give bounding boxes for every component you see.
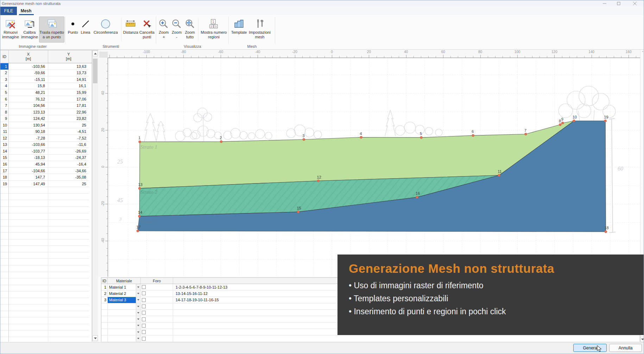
column-header-y[interactable]: Y[m] [48, 50, 89, 63]
mesh-point-19[interactable] [604, 120, 607, 122]
mesh-point-8[interactable] [559, 123, 562, 126]
coord-y-cell[interactable]: 23,82 [48, 115, 89, 122]
coord-row-empty[interactable] [0, 213, 92, 220]
coord-row[interactable]: 415,816,1 [0, 83, 92, 90]
mesh-point-13[interactable] [138, 187, 141, 190]
coord-y-cell[interactable]: 25 [48, 122, 89, 129]
template-button[interactable]: Template [230, 17, 248, 43]
coord-id-cell[interactable]: 4 [0, 83, 9, 90]
coord-x-cell[interactable]: 123,13 [9, 109, 48, 116]
coord-x-cell[interactable]: 104,56 [9, 102, 48, 109]
foro-checkbox[interactable] [142, 311, 146, 315]
coords-table-scrollbar[interactable] [92, 50, 98, 342]
mesh-point-18[interactable] [605, 231, 607, 233]
rimuovi-immagine-button[interactable]: Rimuovi immagine [1, 17, 20, 43]
coord-id-cell[interactable]: 5 [0, 89, 9, 96]
coord-row-empty[interactable] [0, 337, 92, 342]
coord-x-cell[interactable]: 76,12 [9, 96, 48, 103]
coord-row[interactable]: 19147,4925 [0, 181, 92, 187]
combo-dropdown-button[interactable] [136, 323, 140, 329]
coord-row[interactable]: 12-7,28-7,52 [0, 135, 92, 142]
coord-id-cell[interactable]: 7 [0, 102, 9, 109]
foro-checkbox[interactable] [142, 291, 146, 295]
circonferenza-button[interactable]: Circonferenza [92, 17, 120, 43]
materiale-value[interactable]: Material 2 [108, 290, 136, 296]
materiale-value[interactable]: Material 1 [108, 284, 136, 290]
foro-checkbox[interactable] [142, 285, 146, 289]
coord-x-cell[interactable]: 15,8 [9, 83, 48, 90]
coord-row[interactable]: 548,2115,99 [0, 89, 92, 96]
combo-dropdown-button[interactable] [136, 329, 140, 335]
coord-row-empty[interactable] [0, 220, 92, 226]
coord-y-cell[interactable]: 25 [48, 181, 89, 187]
mesh-point-6[interactable] [472, 134, 474, 137]
coord-row-empty[interactable] [0, 207, 92, 213]
mesh-point-12[interactable] [317, 180, 320, 182]
coord-row-empty[interactable] [0, 239, 92, 246]
mesh-point-11[interactable] [498, 174, 500, 176]
coord-row-empty[interactable] [0, 311, 92, 318]
coord-x-cell[interactable]: 48,21 [9, 89, 48, 96]
foro-checkbox[interactable] [142, 330, 146, 334]
coord-row-empty[interactable] [0, 330, 92, 337]
mesh-canvas[interactable]: Strato 1Strato 2Strato 32545360 12345678… [108, 58, 640, 277]
coord-row[interactable]: 18147,7-35,08 [0, 174, 92, 181]
coord-id-cell[interactable]: 2 [0, 70, 9, 77]
coord-row-empty[interactable] [0, 246, 92, 252]
coord-id-cell[interactable]: 16 [0, 161, 9, 168]
column-header-id[interactable]: ID [0, 50, 9, 63]
column-header-id[interactable]: ID [101, 278, 108, 284]
materiale-value[interactable] [108, 335, 136, 341]
coord-row-empty[interactable] [0, 291, 92, 298]
coord-id-cell[interactable]: 6 [0, 96, 9, 103]
coord-id-cell[interactable]: 18 [0, 174, 9, 181]
coord-id-cell[interactable]: 9 [0, 115, 9, 122]
column-header-materiale[interactable]: Materiale [108, 278, 141, 284]
coord-row[interactable]: 1190,18-4,51 [0, 128, 92, 135]
mesh-point-16[interactable] [416, 196, 418, 199]
coord-row-empty[interactable] [0, 285, 92, 292]
scrollbar-thumb[interactable] [93, 59, 97, 83]
coord-row-empty[interactable] [0, 200, 92, 207]
coord-y-cell[interactable]: 16,1 [48, 83, 89, 90]
coord-y-cell[interactable]: 14,91 [48, 76, 89, 83]
coord-x-cell[interactable]: 147,49 [9, 181, 48, 187]
coord-x-cell[interactable]: -18,13 [9, 155, 48, 161]
combo-dropdown-button[interactable] [136, 290, 140, 296]
coord-y-cell[interactable]: -35,08 [48, 174, 89, 181]
coord-row[interactable]: 2-59,6613,73 [0, 70, 92, 77]
coord-id-cell[interactable]: 12 [0, 135, 9, 142]
coord-row-empty[interactable] [0, 226, 92, 233]
zoom-tutto-button[interactable]: Zoom tutto [183, 17, 197, 43]
coord-y-cell[interactable]: 13,73 [48, 70, 89, 77]
coord-row[interactable]: 1645,94-16,4 [0, 161, 92, 168]
coord-row[interactable]: 9124,4223,82 [0, 115, 92, 122]
coord-x-cell[interactable]: 147,7 [9, 174, 48, 181]
coord-id-cell[interactable]: 14 [0, 148, 9, 155]
materiale-combo[interactable] [108, 303, 141, 310]
materiale-combo[interactable] [108, 329, 141, 335]
coord-row-empty[interactable] [0, 233, 92, 239]
coord-y-cell[interactable]: 17,06 [48, 96, 89, 103]
coord-id-cell[interactable]: 1 [0, 63, 9, 70]
column-header-x[interactable]: X[m] [9, 50, 48, 63]
coord-y-cell[interactable]: -11,6 [48, 142, 89, 148]
coord-y-cell[interactable]: 22,96 [48, 109, 89, 116]
coord-y-cell[interactable]: -7,52 [48, 135, 89, 142]
coord-row[interactable]: 7104,5617,81 [0, 102, 92, 109]
coord-row[interactable]: 10130,5425 [0, 122, 92, 129]
materiale-combo[interactable]: Material 2 [108, 290, 141, 297]
coord-row-empty[interactable] [0, 317, 92, 324]
mesh-point-15[interactable] [297, 211, 299, 213]
mesh-point-7[interactable] [525, 133, 527, 135]
coord-id-cell[interactable]: 19 [0, 181, 9, 187]
coord-x-cell[interactable]: -104,66 [9, 168, 48, 174]
materiale-combo[interactable] [108, 310, 141, 316]
coord-y-cell[interactable]: -16,4 [48, 161, 89, 168]
materiale-value[interactable] [108, 303, 136, 309]
coord-x-cell[interactable]: 90,18 [9, 128, 48, 135]
combo-dropdown-button[interactable] [136, 310, 140, 316]
cancella-punti-button[interactable]: Cancella punti [139, 17, 155, 43]
mostra-numero-regioni-button[interactable]: 123 Mostra numero regioni [200, 17, 228, 43]
mesh-point-17[interactable] [137, 230, 139, 232]
